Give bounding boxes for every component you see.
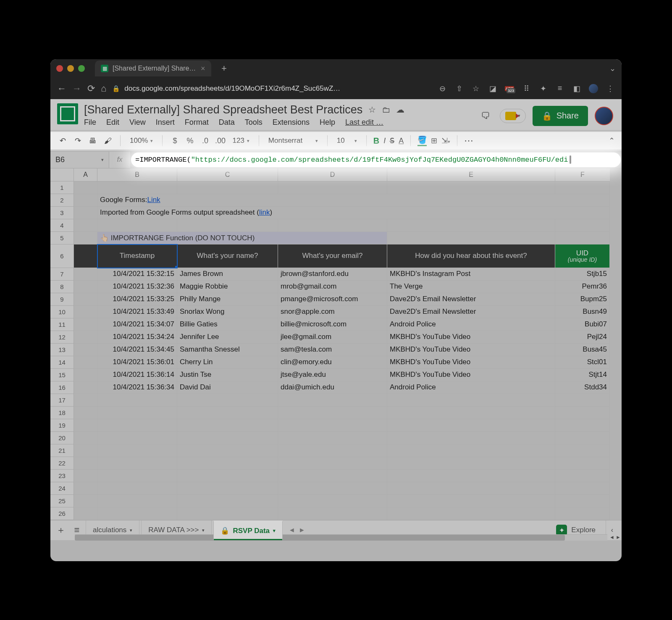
table-row[interactable]: 1210/4/2021 15:34:24Jennifer Leejlee@gma… (50, 331, 622, 344)
sheet-next-button[interactable]: ► (299, 526, 305, 534)
adblock-extension-icon[interactable]: ABP323 (505, 86, 514, 91)
text-color-button[interactable]: A (399, 137, 404, 145)
tabs-overflow-icon[interactable]: ⌄ (609, 64, 616, 73)
menu-format[interactable]: Format (185, 118, 209, 127)
col-header-d[interactable]: D (278, 168, 387, 181)
col-header-f[interactable]: F (555, 168, 610, 181)
extension-icon[interactable]: ◪ (488, 84, 497, 93)
row[interactable]: 24 (50, 482, 622, 495)
cell-timestamp[interactable]: 10/4/2021 15:32:36 (97, 281, 177, 293)
cloud-status-icon[interactable]: ☁ (396, 105, 404, 115)
cell-forms-link[interactable]: Google Forms: Link (97, 194, 555, 207)
table-row[interactable]: 710/4/2021 15:32:15James Brownjbrown@sta… (50, 268, 622, 281)
cell-email[interactable]: jtse@yale.edu (278, 369, 387, 381)
toolbar-overflow-button[interactable]: ⋯ (464, 135, 475, 146)
cell-uid[interactable]: Stdd34 (555, 381, 610, 394)
cell-name[interactable]: Justin Tse (177, 369, 278, 381)
cell-name[interactable]: Billie Gaties (177, 318, 278, 331)
cell-source[interactable]: Android Police (387, 318, 555, 331)
cell-name[interactable]: Cherry Lin (177, 356, 278, 369)
cell-timestamp[interactable]: 10/4/2021 15:34:24 (97, 331, 177, 344)
close-tab-icon[interactable]: × (201, 64, 205, 73)
fullscreen-window-button[interactable] (78, 65, 85, 72)
row-header[interactable]: 22 (50, 457, 74, 470)
row[interactable]: 20 (50, 432, 622, 444)
extension2-icon[interactable]: ⠿ (522, 84, 531, 93)
cell-timestamp[interactable]: 10/4/2021 15:34:45 (97, 344, 177, 356)
menu-insert[interactable]: Insert (156, 118, 175, 127)
cell-name[interactable]: Maggie Robbie (177, 281, 278, 293)
side-panel-icon[interactable]: ◧ (572, 84, 581, 93)
row-header[interactable]: 17 (50, 394, 74, 407)
header-uid[interactable]: UID (unique ID) (555, 244, 610, 268)
zoom-icon[interactable]: ⊖ (438, 84, 447, 93)
row-header[interactable]: 15 (50, 369, 74, 381)
row-header[interactable]: 4 (50, 219, 74, 232)
borders-button[interactable]: ⊞ (431, 136, 437, 145)
row-header[interactable]: 5 (50, 232, 74, 244)
move-icon[interactable]: 🗀 (382, 105, 390, 115)
cell-source[interactable]: Android Police (387, 381, 555, 394)
col-header-c[interactable]: C (177, 168, 278, 181)
home-button[interactable]: ⌂ (101, 83, 106, 94)
cell-uid[interactable]: Pemr36 (555, 281, 610, 293)
row-header[interactable]: 7 (50, 268, 74, 281)
row-header[interactable]: 2 (50, 194, 74, 207)
row-header[interactable]: 23 (50, 470, 74, 482)
imported-link[interactable]: link (259, 208, 270, 217)
star-icon[interactable]: ☆ (368, 105, 376, 115)
forward-button[interactable]: → (72, 83, 81, 94)
header-timestamp[interactable]: Timestamp (97, 244, 177, 268)
browser-menu-icon[interactable]: ⋮ (606, 84, 615, 93)
row[interactable]: 21 (50, 444, 622, 457)
close-window-button[interactable] (56, 65, 63, 72)
add-sheet-button[interactable]: ＋ (54, 524, 68, 536)
percent-button[interactable]: % (184, 137, 195, 145)
zoom-dropdown[interactable]: 100%▾ (127, 137, 155, 145)
increase-decimal-button[interactable]: .00 (215, 137, 226, 145)
row-header[interactable]: 10 (50, 306, 74, 318)
header-email[interactable]: What's your email? (278, 244, 387, 268)
horizontal-scrollbar[interactable] (75, 534, 607, 541)
row[interactable]: 22 (50, 457, 622, 470)
share-button[interactable]: 🔒 Share (533, 106, 588, 126)
col-header-b[interactable]: B (97, 168, 177, 181)
menu-edit[interactable]: Edit (106, 118, 119, 127)
merge-button[interactable]: ⇲▾ (441, 136, 450, 145)
menu-data[interactable]: Data (219, 118, 235, 127)
row[interactable]: 26 (50, 507, 622, 520)
browser-tab[interactable]: ▦ [Shared Externally] Shared Spr × (95, 60, 211, 76)
menu-extensions[interactable]: Extensions (273, 118, 310, 127)
row-header[interactable]: 9 (50, 293, 74, 306)
cell-timestamp[interactable]: 10/4/2021 15:36:01 (97, 356, 177, 369)
currency-button[interactable]: $ (169, 137, 180, 145)
cell-timestamp[interactable]: 10/4/2021 15:34:07 (97, 318, 177, 331)
sheet-tab-rsvp-data[interactable]: 🔒RSVP Data▾ (213, 520, 283, 540)
cell-source[interactable]: Dave2D's Email Newsletter (387, 293, 555, 306)
extensions-puzzle-icon[interactable]: ✦ (538, 84, 548, 93)
scroll-thumb[interactable] (75, 535, 565, 541)
cell-timestamp[interactable]: 10/4/2021 15:36:34 (97, 381, 177, 394)
cell-source[interactable]: MKBHD's YouTube Video (387, 331, 555, 344)
font-size-dropdown[interactable]: 10▾ (334, 137, 360, 145)
spreadsheet-grid[interactable]: A B C D E F 1 2 Google Forms: Link 3 Imp… (50, 168, 622, 520)
cell-uid[interactable]: Stjb15 (555, 268, 610, 281)
italic-button[interactable]: I (383, 137, 386, 145)
cell-email[interactable]: billie@microsoft.com (278, 318, 387, 331)
cell-uid[interactable]: Bupm25 (555, 293, 610, 306)
address-bar[interactable]: 🔒 docs.google.com/spreadsheets/d/19OMoOF… (112, 84, 340, 93)
row-header[interactable]: 20 (50, 432, 74, 444)
account-avatar-icon[interactable] (595, 107, 613, 125)
menu-help[interactable]: Help (320, 118, 335, 127)
minimize-window-button[interactable] (67, 65, 74, 72)
table-row[interactable]: 1510/4/2021 15:36:14Justin Tsejtse@yale.… (50, 369, 622, 381)
cell-uid[interactable]: Bubi07 (555, 318, 610, 331)
cell-source[interactable]: Dave2D's Email Newsletter (387, 306, 555, 318)
menu-tools[interactable]: Tools (245, 118, 262, 127)
new-tab-button[interactable]: + (218, 63, 231, 74)
row-header[interactable]: 6 (50, 244, 74, 268)
header-name[interactable]: What's your name? (177, 244, 278, 268)
row-header[interactable]: 18 (50, 407, 74, 419)
cell-name[interactable]: James Brown (177, 268, 278, 281)
cell-uid[interactable]: Busa45 (555, 344, 610, 356)
